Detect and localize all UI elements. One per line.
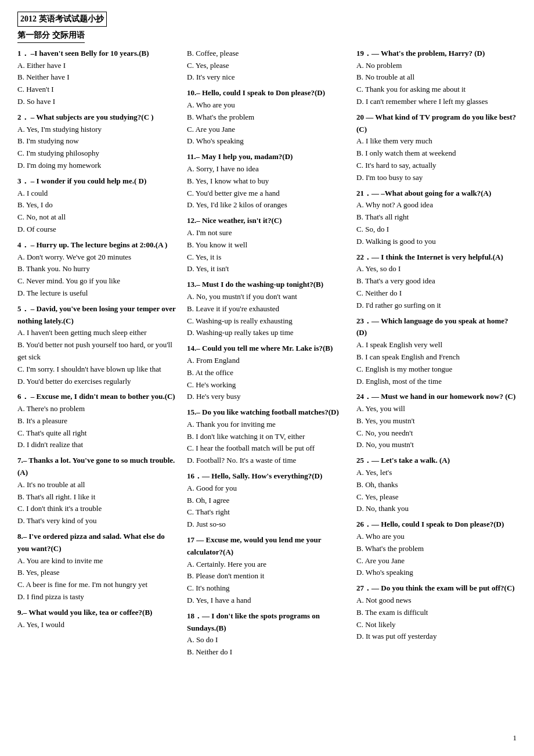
question-title: 12.– Nice weather, isn't it?(C) bbox=[187, 215, 347, 227]
option: A. Sorry, I have no idea bbox=[187, 163, 347, 175]
option: A. I could bbox=[17, 188, 178, 200]
option: B. The exam is difficult bbox=[356, 607, 517, 619]
question-block: 2． – What subjects are you studying?(C )… bbox=[17, 111, 178, 172]
option: D. Yes, I'd like 2 kilos of oranges bbox=[187, 199, 347, 211]
option: D. I'm too busy to say bbox=[356, 172, 517, 184]
option: C. Never mind. You go if you like bbox=[17, 275, 178, 287]
option: A. Yes, I would bbox=[17, 619, 178, 631]
option: B. I'm studying now bbox=[17, 135, 178, 147]
option: B. Leave it if you're exhausted bbox=[187, 303, 347, 315]
page-title: 2012 英语考试试题小抄 bbox=[17, 12, 107, 27]
option: D. I can't remember where I left my glas… bbox=[356, 96, 517, 108]
option: B. What's the problem bbox=[187, 111, 347, 124]
option: D. I'm doing my homework bbox=[17, 160, 178, 172]
option: A. You are kind to invite me bbox=[17, 555, 178, 567]
option: D. The lecture is useful bbox=[17, 287, 178, 300]
option: A. Yes, I'm studying history bbox=[17, 124, 178, 136]
question-block: B. Coffee, pleaseC. Yes, pleaseD. It's v… bbox=[187, 48, 347, 84]
question-title: 3． – I wonder if you could help me.( D) bbox=[17, 175, 178, 188]
option: A. So do I bbox=[187, 634, 347, 646]
option: A. From England bbox=[187, 355, 347, 367]
option: A. No, you mustn't if you don't want bbox=[187, 291, 347, 303]
option: A. Don't worry. We've got 20 minutes bbox=[17, 251, 178, 264]
option: B. I don't like watching it on TV, eithe… bbox=[187, 431, 347, 443]
option: C. Neither do I bbox=[356, 287, 517, 300]
question-block: 3． – I wonder if you could help me.( D)A… bbox=[17, 175, 178, 236]
option: D. No, you mustn't bbox=[356, 439, 517, 451]
question-title: 1． –I haven't seen Belly for 10 years.(B… bbox=[17, 48, 178, 60]
option: B. Neither do I bbox=[187, 646, 347, 658]
option: B. Yes, you mustn't bbox=[356, 415, 517, 427]
question-block: 19．— What's the problem, Harry? (D)A. No… bbox=[356, 48, 517, 108]
question-block: 21．— –What about going for a walk?(A)A. … bbox=[356, 188, 517, 248]
option: C. I don't think it's a trouble bbox=[17, 503, 178, 515]
question-block: 12.– Nice weather, isn't it?(C)A. I'm no… bbox=[187, 215, 347, 275]
option: B. I only watch them at weekend bbox=[356, 147, 517, 160]
question-title: 8.– I've ordered pizza and salad. What e… bbox=[17, 531, 178, 555]
option: C. Haven't I bbox=[17, 84, 178, 96]
option: A. Yes, so do I bbox=[356, 263, 517, 275]
option: C. Yes, it is bbox=[187, 251, 347, 264]
option: B. You know it well bbox=[187, 239, 347, 251]
question-block: 8.– I've ordered pizza and salad. What e… bbox=[17, 531, 178, 603]
question-block: 10.– Hello, could I speak to Don please?… bbox=[187, 87, 347, 147]
option: A. I like them very much bbox=[356, 135, 517, 147]
question-block: 23．— Which language do you speak at home… bbox=[356, 315, 517, 388]
option: C. I hear the football match will be put… bbox=[187, 442, 347, 455]
option: C. That's quite all right bbox=[17, 427, 178, 440]
option: B. Yes, I do bbox=[17, 199, 178, 211]
question-block: 9.– What would you like, tea or coffee?(… bbox=[17, 607, 178, 631]
option: C. You'd better give me a hand bbox=[187, 188, 347, 200]
option: C. Not likely bbox=[356, 619, 517, 631]
question-title: 23．— Which language do you speak at home… bbox=[356, 315, 517, 340]
option: B. At the office bbox=[187, 367, 347, 379]
option: D. Walking is good to you bbox=[356, 236, 517, 248]
option: B. It's a pleasure bbox=[17, 415, 178, 427]
question-block: 18．— I don't like the spots programs on … bbox=[187, 610, 347, 658]
question-title: 11.– May I help you, madam?(D) bbox=[187, 151, 347, 163]
question-title: 13.– Must I do the washing-up tonight?(B… bbox=[187, 279, 347, 291]
question-title: 20 — What kind of TV program do you like… bbox=[356, 111, 517, 136]
option: C. English is my mother tongue bbox=[356, 363, 517, 376]
option: A. It's no trouble at all bbox=[17, 479, 178, 491]
option: C. So, do I bbox=[356, 224, 517, 236]
question-block: 22．— I think the Internet is very helpfu… bbox=[356, 251, 517, 312]
option: B. What's the problem bbox=[356, 543, 517, 555]
option: B. Thank you. No hurry bbox=[17, 263, 178, 275]
question-title: 22．— I think the Internet is very helpfu… bbox=[356, 251, 517, 264]
option: A. Certainly. Here you are bbox=[187, 559, 347, 571]
option: A. Not good news bbox=[356, 595, 517, 607]
question-block: 27．— Do you think the exam will be put o… bbox=[356, 582, 517, 643]
question-title: 17 — Excuse me, would you lend me your c… bbox=[187, 534, 347, 559]
option: B. That's a very good idea bbox=[356, 275, 517, 287]
option: D. No, thank you bbox=[356, 503, 517, 515]
question-block: 13.– Must I do the washing-up tonight?(B… bbox=[187, 279, 347, 339]
option: A. Either have I bbox=[17, 60, 178, 72]
question-title: 16．— Hello, Sally. How's everything?(D) bbox=[187, 470, 347, 483]
option: A. Why not? A good idea bbox=[356, 199, 517, 211]
option: B. Please don't mention it bbox=[187, 570, 347, 582]
option: D. Yes, I have a hand bbox=[187, 595, 347, 607]
option: D. It's very nice bbox=[187, 71, 347, 84]
question-title: 24．— Must we hand in our homework now? (… bbox=[356, 391, 517, 403]
question-title: 10.– Hello, could I speak to Don please?… bbox=[187, 87, 347, 99]
option: D. I find pizza is tasty bbox=[17, 591, 178, 603]
option: A. Who are you bbox=[187, 99, 347, 111]
option: D. Of course bbox=[17, 224, 178, 236]
question-block: 7.– Thanks a lot. You've gone to so much… bbox=[17, 455, 178, 527]
question-block: 11.– May I help you, madam?(D)A. Sorry, … bbox=[187, 151, 347, 211]
option: B. Oh, I agree bbox=[187, 495, 347, 507]
option: C. I'm studying philosophy bbox=[17, 147, 178, 160]
option: A. Good for you bbox=[187, 483, 347, 495]
option: A. I'm not sure bbox=[187, 227, 347, 239]
question-block: 25．— Let's take a walk. (A)A. Yes, let's… bbox=[356, 455, 517, 515]
option: B. No trouble at all bbox=[356, 71, 517, 84]
option: B. You'd better not push yourself too ha… bbox=[17, 339, 178, 363]
option: A. There's no problem bbox=[17, 403, 178, 415]
option: D. Washing-up really takes up time bbox=[187, 327, 347, 339]
option: C. He's working bbox=[187, 379, 347, 391]
question-title: 19．— What's the problem, Harry? (D) bbox=[356, 48, 517, 60]
question-block: 16．— Hello, Sally. How's everything?(D)A… bbox=[187, 470, 347, 531]
option: A. Thank you for inviting me bbox=[187, 419, 347, 431]
option: A. Who are you bbox=[356, 531, 517, 543]
